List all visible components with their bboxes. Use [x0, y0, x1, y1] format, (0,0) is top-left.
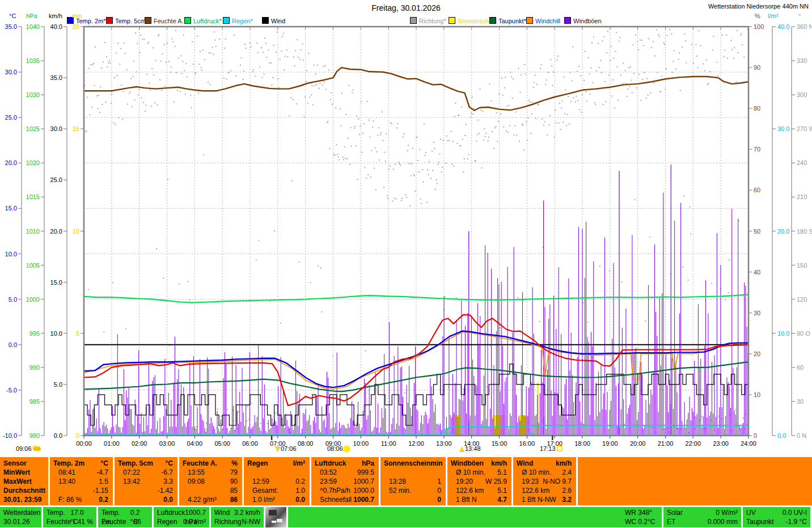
wind-direction-dot — [565, 89, 566, 90]
wind-direction-dot — [157, 104, 158, 105]
wind-direction-dot — [312, 104, 314, 105]
wind-direction-dot — [257, 52, 259, 53]
axis-tick-label-celsius: -5.0 — [6, 387, 17, 394]
footer-cell-left-5: Wind3.2 km/hRichtungN-NW — [211, 507, 265, 527]
wind-direction-dot — [91, 107, 92, 108]
wind-direction-dot — [159, 79, 160, 81]
daily-stats-table: SensorMinWertMaxWertDurchschnitt30.01. 2… — [0, 457, 812, 505]
wind-direction-dot — [657, 72, 658, 73]
wind-direction-dot — [680, 90, 681, 91]
wind-direction-dot — [624, 424, 625, 425]
wind-direction-dot — [648, 38, 649, 39]
wind-direction-dot — [306, 70, 307, 71]
wind-direction-dot — [491, 100, 492, 102]
x-axis-label: 12:00 — [408, 440, 424, 447]
wind-direction-dot — [203, 154, 204, 155]
wind-direction-dot — [409, 163, 410, 164]
wind-direction-dot — [377, 151, 378, 152]
wind-direction-dot — [212, 47, 213, 48]
wind-direction-dot — [528, 100, 530, 101]
wind-direction-dot — [127, 104, 128, 105]
wind-direction-dot — [543, 125, 544, 126]
wind-direction-dot — [691, 44, 692, 45]
wind-direction-dot — [614, 107, 615, 108]
wind-direction-dot — [290, 97, 291, 98]
wind-direction-dot — [501, 113, 502, 115]
wind-direction-dot — [133, 61, 134, 62]
wind-direction-dot — [536, 84, 538, 85]
wind-direction-dot — [635, 35, 636, 36]
wind-direction-dot — [606, 101, 607, 102]
stats-row: 07:22-6.7 — [115, 468, 177, 477]
wind-direction-dot — [346, 158, 348, 159]
wind-direction-dot — [468, 154, 470, 155]
wind-direction-dot — [229, 71, 230, 73]
wind-direction-dot — [672, 71, 673, 73]
wind-direction-dot — [370, 176, 371, 178]
wind-direction-dot — [176, 72, 177, 73]
wind-direction-dot — [98, 108, 99, 109]
wind-direction-dot — [556, 59, 557, 60]
wind-direction-dot — [502, 95, 504, 96]
stats-row: 52 min.0 — [380, 486, 446, 495]
axis-tick-label-percent: 30 — [754, 310, 760, 316]
wind-direction-dot — [96, 95, 98, 96]
wind-direction-dot — [327, 121, 328, 122]
x-axis-label: 00:00 — [76, 440, 92, 447]
footer-cell-right-3: UV0.0 UV-ITaupunkt-1.9 °C — [743, 507, 812, 527]
wind-direction-dot — [87, 97, 88, 98]
wind-direction-dot — [329, 148, 330, 149]
wind-direction-dot — [464, 158, 465, 159]
wind-direction-dot — [170, 71, 171, 73]
wind-direction-dot — [341, 92, 342, 94]
wind-direction-dot — [738, 220, 739, 221]
wind-direction-dot — [609, 270, 610, 271]
wind-direction-dot — [311, 85, 312, 86]
wind-direction-dot — [348, 138, 349, 139]
wind-direction-dot — [227, 409, 228, 410]
stats-column-temp-5cm: Temp. 5cm°C07:22-6.713:423.3-1.420.0 — [115, 457, 179, 505]
wind-direction-dot — [646, 78, 648, 79]
x-axis-label: 19:00 — [602, 440, 618, 447]
wind-direction-dot — [675, 69, 676, 70]
wind-direction-dot — [361, 152, 362, 153]
wind-direction-dot — [113, 122, 114, 123]
wind-direction-dot — [516, 135, 517, 136]
axis-unit-kmh: km/h — [49, 12, 62, 19]
wind-direction-dot — [525, 74, 526, 75]
wind-direction-dot — [209, 84, 210, 85]
wind-direction-dot — [147, 43, 149, 44]
wind-direction-dot — [151, 105, 152, 107]
wind-direction-dot — [422, 169, 423, 170]
wind-direction-dot — [164, 44, 165, 45]
stats-row: 122.6 km2.6 — [513, 486, 576, 495]
wind-direction-dot — [449, 140, 450, 141]
stats-column-temp-2m: Temp. 2m°C08:41-4.713:401.5-1.15F: 86 %0… — [50, 457, 115, 505]
wind-direction-dot — [272, 85, 273, 86]
stats-header: LuftdruckhPa — [311, 459, 379, 468]
stats-column-sensor: SensorMinWertMaxWertDurchschnitt30.01. 2… — [0, 457, 50, 505]
wind-direction-dot — [189, 299, 191, 301]
stats-row: ^0.7hPa/h1000.0 — [311, 486, 379, 495]
stats-header: Temp. 5cm°C — [115, 459, 177, 468]
axis-tick-label-hpa: 980 — [29, 432, 40, 439]
wind-direction-dot — [432, 170, 433, 171]
wind-direction-dot — [302, 44, 303, 45]
wind-direction-dot — [673, 61, 674, 62]
wind-direction-dot — [181, 73, 183, 74]
wind-direction-dot — [476, 141, 477, 142]
axis-tick-label-hpa: 1005 — [26, 262, 40, 269]
wind-direction-dot — [645, 320, 646, 322]
wind-direction-dot — [197, 36, 198, 37]
wind-direction-dot — [121, 85, 122, 86]
wind-direction-dot — [437, 183, 438, 184]
wind-direction-dot — [343, 159, 344, 160]
wind-direction-dot — [400, 164, 401, 166]
wind-direction-dot — [108, 62, 109, 64]
wind-direction-dot — [345, 158, 346, 159]
legend-label: Wind — [271, 18, 285, 24]
wind-direction-dot — [342, 157, 343, 158]
wind-direction-dot — [674, 50, 675, 51]
wind-direction-dot — [548, 124, 549, 125]
wind-direction-dot — [585, 51, 586, 52]
